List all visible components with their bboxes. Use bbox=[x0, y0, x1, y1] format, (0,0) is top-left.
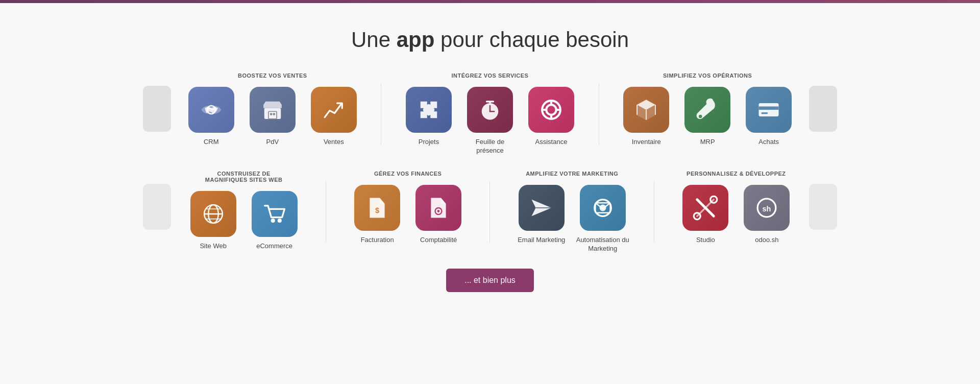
divider-1 bbox=[381, 83, 381, 145]
page-title: Une app pour chaque besoin bbox=[351, 28, 629, 52]
section-title-services: INTÉGREZ VOS SERVICES bbox=[452, 73, 529, 79]
app-icon-mrp bbox=[684, 87, 730, 133]
app-inventaire[interactable]: Inventaire bbox=[618, 87, 674, 147]
app-label-projets: Projets bbox=[419, 138, 439, 147]
app-icon-auto bbox=[580, 185, 626, 231]
section-dev: PERSONNALISEZ & DÉVELOPPEZ Studio odoo.s… bbox=[677, 171, 795, 245]
app-odoo[interactable]: odoo.sh bbox=[739, 185, 795, 245]
apps-row-sites: Site Web eCommerce bbox=[185, 191, 303, 251]
more-button[interactable]: ... et bien plus bbox=[446, 269, 534, 292]
section-title-operations: SIMPLIFIEZ VOS OPÉRATIONS bbox=[663, 73, 752, 79]
apps-row-services: Projets Feuille de présence Assistance bbox=[401, 87, 579, 155]
app-projets[interactable]: Projets bbox=[401, 87, 457, 147]
section-title-marketing: AMPLIFIEZ VOTRE MARKETING bbox=[526, 171, 618, 177]
divider-5 bbox=[654, 181, 654, 243]
section-ventes: BOOSTEZ VOS VENTES CRM PdV bbox=[183, 73, 362, 147]
app-auto[interactable]: Automatisation du Marketing bbox=[575, 185, 631, 253]
app-ecommerce[interactable]: eCommerce bbox=[247, 191, 303, 251]
title-prefix: Une bbox=[351, 28, 397, 52]
section-finances: GÉREZ VOS FINANCES Facturation Comptabil… bbox=[349, 171, 467, 245]
left-placeholder-row1 bbox=[143, 86, 171, 132]
divider-3 bbox=[326, 181, 326, 243]
section-services: INTÉGREZ VOS SERVICES Projets Feuille de… bbox=[401, 73, 579, 155]
app-icon-odoo bbox=[744, 185, 790, 231]
app-email[interactable]: Email Marketing bbox=[513, 185, 570, 245]
app-icon-inventaire bbox=[623, 87, 669, 133]
divider-2 bbox=[599, 83, 599, 145]
left-placeholder-row2 bbox=[143, 184, 171, 230]
app-icon-achats bbox=[746, 87, 792, 133]
app-pdv[interactable]: PdV bbox=[244, 87, 301, 147]
apps-row-operations: Inventaire MRP Achats bbox=[618, 87, 797, 147]
app-icon-feuille bbox=[467, 87, 513, 133]
app-icon-projets bbox=[406, 87, 452, 133]
section-title-ventes: BOOSTEZ VOS VENTES bbox=[238, 73, 307, 79]
section-title-dev: PERSONNALISEZ & DÉVELOPPEZ bbox=[687, 171, 786, 177]
app-icon-studio bbox=[682, 185, 728, 231]
app-label-auto: Automatisation du Marketing bbox=[575, 236, 631, 253]
app-label-crm: CRM bbox=[204, 138, 219, 147]
divider-4 bbox=[489, 181, 490, 243]
app-compta[interactable]: Comptabilité bbox=[410, 185, 467, 245]
app-icon-pdv bbox=[250, 87, 296, 133]
sections-row2: CONSTRUISEZ DE MAGNIFIQUES SITES WEB Sit… bbox=[176, 171, 804, 253]
app-label-pdv: PdV bbox=[266, 138, 279, 147]
right-placeholder-row1 bbox=[809, 86, 837, 132]
app-label-facturation: Facturation bbox=[361, 236, 394, 245]
app-label-mrp: MRP bbox=[700, 138, 715, 147]
top-bar bbox=[0, 0, 980, 3]
app-label-siteweb: Site Web bbox=[200, 242, 227, 251]
app-feuille[interactable]: Feuille de présence bbox=[462, 87, 518, 155]
app-icon-siteweb bbox=[190, 191, 236, 237]
app-label-ecommerce: eCommerce bbox=[256, 242, 292, 251]
app-label-inventaire: Inventaire bbox=[632, 138, 661, 147]
app-studio[interactable]: Studio bbox=[677, 185, 733, 245]
row-separator bbox=[143, 155, 837, 171]
title-suffix: pour chaque besoin bbox=[434, 28, 629, 52]
app-ventes[interactable]: Ventes bbox=[306, 87, 362, 147]
app-assistance[interactable]: Assistance bbox=[523, 87, 579, 147]
app-siteweb[interactable]: Site Web bbox=[185, 191, 241, 251]
app-icon-compta bbox=[415, 185, 461, 231]
apps-row-marketing: Email Marketing Automatisation du Market… bbox=[513, 185, 631, 253]
row2: CONSTRUISEZ DE MAGNIFIQUES SITES WEB Sit… bbox=[143, 171, 837, 253]
app-crm[interactable]: CRM bbox=[183, 87, 239, 147]
app-label-email: Email Marketing bbox=[518, 236, 565, 245]
app-label-odoo: odoo.sh bbox=[755, 236, 778, 245]
app-mrp[interactable]: MRP bbox=[679, 87, 736, 147]
section-marketing: AMPLIFIEZ VOTRE MARKETING Email Marketin… bbox=[513, 171, 631, 253]
app-label-compta: Comptabilité bbox=[420, 236, 457, 245]
apps-row-ventes: CRM PdV Ventes bbox=[183, 87, 362, 147]
app-icon-ecommerce bbox=[252, 191, 298, 237]
apps-row-finances: Facturation Comptabilité bbox=[349, 185, 467, 245]
app-label-ventes: Ventes bbox=[324, 138, 344, 147]
right-placeholder-row2 bbox=[809, 184, 837, 230]
section-title-finances: GÉREZ VOS FINANCES bbox=[374, 171, 442, 177]
sections-row1: BOOSTEZ VOS VENTES CRM PdV bbox=[176, 73, 804, 155]
page-content: BOOSTEZ VOS VENTES CRM PdV bbox=[133, 73, 847, 318]
title-bold: app bbox=[397, 28, 435, 52]
section-title-sites: CONSTRUISEZ DE MAGNIFIQUES SITES WEB bbox=[203, 171, 285, 183]
app-icon-assistance bbox=[528, 87, 574, 133]
app-icon-crm bbox=[188, 87, 234, 133]
app-label-achats: Achats bbox=[758, 138, 779, 147]
app-label-studio: Studio bbox=[696, 236, 715, 245]
app-icon-ventes bbox=[311, 87, 357, 133]
app-icon-email bbox=[519, 185, 565, 231]
app-achats[interactable]: Achats bbox=[741, 87, 797, 147]
row1: BOOSTEZ VOS VENTES CRM PdV bbox=[143, 73, 837, 155]
section-sites: CONSTRUISEZ DE MAGNIFIQUES SITES WEB Sit… bbox=[185, 171, 303, 251]
app-label-assistance: Assistance bbox=[535, 138, 568, 147]
app-icon-facturation bbox=[354, 185, 400, 231]
apps-row-dev: Studio odoo.sh bbox=[677, 185, 795, 245]
app-label-feuille: Feuille de présence bbox=[462, 138, 518, 155]
section-operations: SIMPLIFIEZ VOS OPÉRATIONS Inventaire MRP bbox=[618, 73, 797, 147]
app-facturation[interactable]: Facturation bbox=[349, 185, 405, 245]
